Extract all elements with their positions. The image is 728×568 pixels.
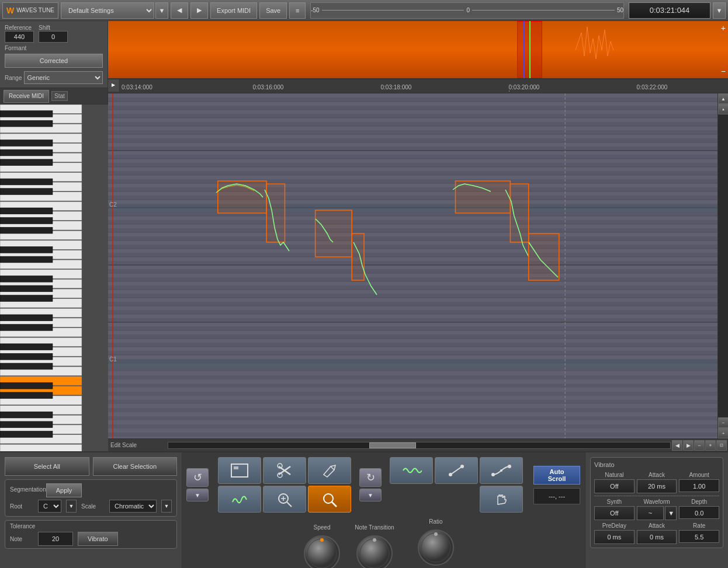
- edit-scale-label[interactable]: Edit Scale: [108, 442, 167, 448]
- ratio-knob[interactable]: [415, 527, 456, 568]
- speed-knob[interactable]: [301, 533, 342, 568]
- scroll-left-button[interactable]: ◀: [672, 440, 682, 451]
- scroll-up-button[interactable]: ▲: [718, 93, 728, 104]
- svg-line-127: [332, 502, 337, 507]
- magnify-tool-button[interactable]: [263, 486, 306, 513]
- attack2-button[interactable]: 0 ms: [637, 530, 677, 544]
- menu-button[interactable]: ≡: [289, 2, 306, 19]
- svg-rect-106: [108, 204, 717, 212]
- svg-rect-41: [0, 159, 53, 166]
- receive-midi-button[interactable]: Receive MIDI: [4, 90, 49, 103]
- svg-point-142: [434, 532, 438, 536]
- synth-label: Synth: [594, 499, 635, 505]
- corrected-button[interactable]: Corrected: [5, 54, 103, 68]
- scale-arrow[interactable]: ▼: [161, 500, 172, 513]
- svg-point-126: [324, 494, 333, 503]
- svg-rect-59: [0, 412, 53, 418]
- apply-button[interactable]: Apply: [46, 483, 82, 497]
- redo-arrow-button[interactable]: ▼: [359, 489, 382, 501]
- segmentation-section: Segmentation Apply Root C ▼ Scale Chroma…: [5, 479, 177, 517]
- piano-roll: C2 C1 ▲ ▲ − +: [108, 93, 728, 438]
- waveform-button[interactable]: ~: [637, 506, 664, 520]
- shift-input[interactable]: [39, 31, 68, 43]
- depth-value: 0.0: [679, 506, 719, 519]
- clear-selection-button[interactable]: Clear Selection: [93, 457, 178, 476]
- timeline-play-button[interactable]: ▶: [108, 79, 119, 92]
- curve-tool-button[interactable]: [480, 457, 523, 484]
- tolerance-title: Tolerance: [10, 523, 172, 529]
- scissors-tool-button[interactable]: [263, 457, 306, 484]
- scroll-zoom-out-button[interactable]: −: [694, 440, 705, 451]
- svg-rect-37: [0, 111, 53, 117]
- active-magnify-tool-button[interactable]: [308, 486, 351, 513]
- scroll-zoom-in-button[interactable]: +: [705, 440, 716, 451]
- rate-value: 5.5: [679, 530, 719, 543]
- vibrato-tool-button[interactable]: [390, 457, 433, 484]
- auto-scroll-button[interactable]: Auto Scroll: [533, 466, 580, 485]
- svg-rect-50: [0, 285, 53, 292]
- select-tool-button[interactable]: [218, 457, 261, 484]
- scroll-up-step-button[interactable]: ▲: [718, 104, 728, 114]
- note-transition-knob[interactable]: [354, 533, 395, 568]
- svg-point-129: [449, 473, 452, 476]
- natural-label: Natural: [594, 472, 635, 478]
- pencil-tool-button[interactable]: [308, 457, 351, 484]
- pitch-scale-zero: 0: [466, 7, 470, 13]
- forward-button[interactable]: ▶: [190, 2, 208, 19]
- formant-label: Formant: [5, 45, 103, 51]
- svg-rect-43: [0, 189, 53, 195]
- save-button[interactable]: Save: [259, 2, 287, 19]
- svg-rect-113: [352, 234, 364, 280]
- svg-rect-56: [0, 363, 53, 370]
- pitch-shift-tool-button[interactable]: [435, 457, 478, 484]
- waveform-arrow[interactable]: ▼: [665, 506, 677, 520]
- timeline-ruler: ▶ 0:03:14:000 0:03:16:000 0:03:18:000 0:…: [108, 79, 728, 93]
- predelay-label: PreDelay: [594, 522, 635, 529]
- scroll-track[interactable]: [718, 114, 728, 417]
- waveform-zoom-in[interactable]: +: [721, 23, 726, 33]
- time-display: 0:03:21:044: [629, 2, 710, 19]
- ts-4: 0:03:20:000: [509, 84, 540, 90]
- svg-rect-107: [108, 359, 717, 367]
- time-expand-button[interactable]: ▼: [713, 2, 726, 19]
- waveform-overview[interactable]: + −: [108, 21, 728, 79]
- redo-button[interactable]: ▼: [186, 489, 209, 501]
- hand-tool-button[interactable]: [480, 486, 523, 513]
- undo-button[interactable]: ↺: [186, 468, 209, 487]
- redo-main-button[interactable]: ↻: [359, 468, 382, 487]
- vibrato-attack-button[interactable]: 20 ms: [637, 479, 677, 493]
- select-all-button[interactable]: Select All: [5, 457, 89, 476]
- reference-input[interactable]: [5, 31, 34, 43]
- scale-select[interactable]: Chromatic: [109, 500, 157, 513]
- scroll-plus-button[interactable]: +: [718, 428, 728, 438]
- back-button[interactable]: ◀: [171, 2, 188, 19]
- natural-button[interactable]: Off: [594, 479, 635, 493]
- horizontal-scroll-thumb[interactable]: [369, 442, 416, 448]
- piano-roll-grid[interactable]: C2 C1: [108, 93, 717, 438]
- preset-dropdown[interactable]: Default Settings: [61, 2, 154, 19]
- export-midi-button[interactable]: Export MIDI: [210, 2, 257, 19]
- horizontal-scroll-track[interactable]: [168, 442, 671, 449]
- vibrato-tolerance-button[interactable]: Vibrato: [78, 532, 118, 546]
- range-select[interactable]: Generic: [24, 71, 103, 84]
- scroll-fit-button[interactable]: ⊡: [716, 440, 727, 451]
- app-title: WAVES TUNE: [16, 7, 54, 13]
- stat-button[interactable]: Stat: [51, 91, 68, 101]
- preset-arrow[interactable]: ▼: [155, 2, 168, 19]
- waveform-zoom-out[interactable]: −: [721, 67, 726, 76]
- scroll-right-button[interactable]: ▶: [683, 440, 694, 451]
- predelay-button[interactable]: 0 ms: [594, 530, 635, 544]
- svg-rect-114: [456, 181, 511, 213]
- root-arrow[interactable]: ▼: [66, 500, 77, 513]
- svg-rect-54: [0, 344, 53, 350]
- svg-rect-118: [234, 466, 238, 469]
- note-input[interactable]: [38, 532, 73, 546]
- synth-button[interactable]: Off: [594, 506, 635, 520]
- amount-label: Amount: [679, 472, 719, 478]
- grid-svg: [108, 93, 717, 438]
- scroll-minus-button[interactable]: −: [718, 417, 728, 428]
- root-select[interactable]: C: [38, 500, 61, 513]
- pitch-tool-button[interactable]: [218, 486, 261, 513]
- note-label: Note: [10, 536, 33, 542]
- amount-value: 1.00: [679, 479, 719, 492]
